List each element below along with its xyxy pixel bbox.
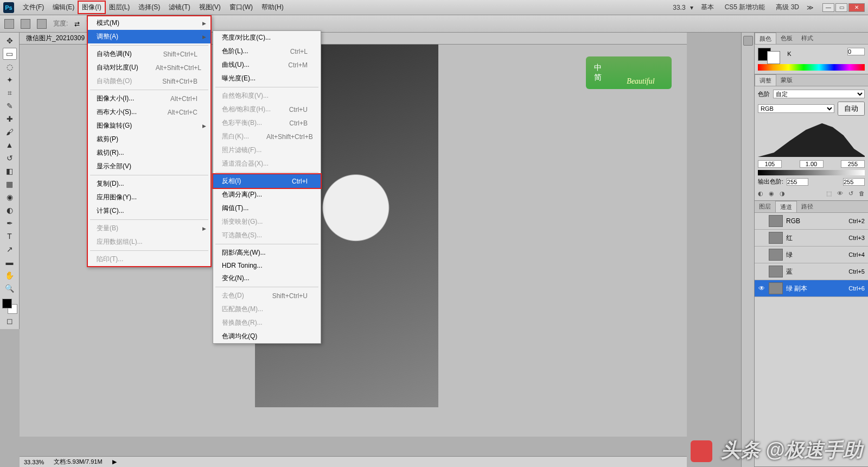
move-tool[interactable]: ✥ [3,35,17,47]
menu-item[interactable]: 计算(C)... [88,204,210,218]
dodge-tool[interactable]: ◐ [3,204,17,216]
menu-视图[interactable]: 视图(V) [195,1,225,14]
color-swatches[interactable] [2,299,17,314]
background-swatch[interactable] [767,51,780,64]
menu-item[interactable]: 显示全部(V) [88,160,210,173]
menu-滤镜[interactable]: 滤镜(T) [164,1,194,14]
channel-row[interactable]: RGBCtrl+2 [755,213,868,230]
menu-item[interactable]: 反相(I)Ctrl+I [212,173,322,189]
gradient-tool[interactable]: ▦ [3,178,17,190]
eraser-tool[interactable]: ◧ [3,165,17,177]
menu-item[interactable]: 亮度/对比度(C)... [213,31,321,45]
auto-button[interactable]: 自动 [838,102,865,116]
menu-帮助[interactable]: 帮助(H) [257,1,288,14]
reset-icon[interactable]: ↺ [848,190,853,197]
k-value-input[interactable] [847,48,865,55]
output-black-input[interactable] [787,178,808,186]
menu-item[interactable]: 色调均化(Q) [213,330,321,343]
swap-icon[interactable]: ⇄ [74,20,80,28]
menu-item[interactable]: 曝光度(E)... [213,72,321,85]
clip-icon[interactable]: ⬚ [826,190,832,197]
document-tab[interactable]: 微信图片_20210309 [26,34,85,43]
menu-item[interactable]: 色调分离(P)... [213,188,321,201]
maximize-button[interactable]: ▭ [835,3,847,12]
menu-文件[interactable]: 文件(F) [18,1,48,14]
tab-layers[interactable]: 图层 [755,201,775,212]
menu-item[interactable]: 色阶(L)...Ctrl+L [213,45,321,58]
menu-item[interactable]: 自动色调(N)Shift+Ctrl+L [88,47,210,61]
pen-tool[interactable]: ✒ [3,217,17,229]
selection-mode-icon[interactable] [21,19,30,29]
channel-row[interactable]: 红Ctrl+3 [755,230,868,247]
output-gradient[interactable] [758,170,865,175]
menu-图层[interactable]: 图层(L) [105,1,135,14]
menu-item[interactable]: 应用图像(Y)... [88,191,210,204]
menu-item[interactable]: 裁剪(P) [88,132,210,146]
menu-窗口[interactable]: 窗口(W) [225,1,257,14]
tab-channels[interactable]: 通道 [775,201,797,212]
tab-adjustments[interactable]: 调整 [755,74,776,86]
stamp-tool[interactable]: ▲ [3,139,17,151]
type-tool[interactable]: T [3,230,17,242]
levels-channel-select[interactable]: RGB [758,104,834,113]
eyedropper-icon[interactable]: ◐ [758,190,763,197]
eyedropper-icon[interactable]: ◑ [780,190,785,197]
collapsed-panel-icon[interactable] [743,36,753,46]
menu-选择[interactable]: 选择(S) [134,1,164,14]
channel-row[interactable]: 👁绿 副本Ctrl+6 [755,280,868,297]
close-button[interactable]: ✕ [848,3,865,12]
menu-item[interactable]: 裁切(R)... [88,146,210,160]
trash-icon[interactable]: 🗑 [859,190,865,197]
quickmask-icon[interactable]: ◻ [3,315,17,327]
hue-strip[interactable] [758,64,865,71]
menu-编辑[interactable]: 编辑(E) [48,1,79,14]
menu-item[interactable]: 阈值(T)... [213,201,321,215]
menu-图像[interactable]: 图像(I) [78,1,105,14]
input-white-point[interactable] [841,160,865,168]
zoom-value[interactable]: 33.3 [673,4,685,11]
menu-item[interactable]: 调整(A) [88,30,210,43]
eyedropper-tool[interactable]: ✎ [3,100,17,112]
ime-widget[interactable]: 中 简 Beautiful [586,56,672,89]
brush-tool[interactable]: 🖌 [3,126,17,138]
path-tool[interactable]: ↗ [3,243,17,255]
history-brush-tool[interactable]: ↺ [3,152,17,164]
crop-tool[interactable]: ⌗ [3,87,17,99]
wand-tool[interactable]: ✦ [3,74,17,86]
channel-row[interactable]: 绿Ctrl+4 [755,247,868,263]
eyedropper-icon[interactable]: ◉ [769,190,774,197]
marquee-tool[interactable]: ▭ [3,48,17,60]
shape-tool[interactable]: ▬ [3,256,17,268]
output-white-input[interactable] [843,178,865,186]
tab-color[interactable]: 颜色 [755,33,776,44]
hand-tool[interactable]: ✋ [3,269,17,281]
eye-icon[interactable]: 👁 [837,190,843,197]
menu-item[interactable]: 图像旋转(G) [88,119,210,132]
zoom-tool[interactable]: 🔍 [3,282,17,294]
selection-mode-icon[interactable] [4,19,14,29]
menu-item[interactable]: 图像大小(I)...Alt+Ctrl+I [88,92,210,105]
zoom-display[interactable]: 33.33% [24,459,44,465]
lasso-tool[interactable]: ◌ [3,61,17,73]
menu-item[interactable]: 模式(M) [88,16,210,30]
menu-item[interactable]: HDR Toning... [213,260,321,272]
workspace-cs5new[interactable]: CS5 新增功能 [722,2,769,13]
menu-item[interactable]: 自动对比度(U)Alt+Shift+Ctrl+L [88,61,210,74]
workspace-adv3d[interactable]: 高级 3D [773,2,802,13]
blur-tool[interactable]: ◉ [3,191,17,203]
input-gamma[interactable] [800,160,824,168]
menu-item[interactable]: 变化(N)... [213,272,321,285]
menu-item[interactable]: 复制(D)... [88,177,210,191]
tab-swatches[interactable]: 色板 [776,33,797,44]
healing-tool[interactable]: ✚ [3,113,17,125]
tab-paths[interactable]: 路径 [797,201,818,212]
selection-mode-icon[interactable] [37,19,47,29]
expand-icon[interactable]: ≫ [807,4,814,11]
levels-preset-select[interactable]: 自定 [773,90,865,98]
workspace-basic[interactable]: 基本 [698,2,717,13]
input-black-point[interactable] [758,160,782,168]
minimize-button[interactable]: — [822,3,834,12]
menu-item[interactable]: 阴影/高光(W)... [213,246,321,260]
menu-item[interactable]: 曲线(U)...Ctrl+M [213,58,321,72]
channel-row[interactable]: 蓝Ctrl+5 [755,263,868,280]
